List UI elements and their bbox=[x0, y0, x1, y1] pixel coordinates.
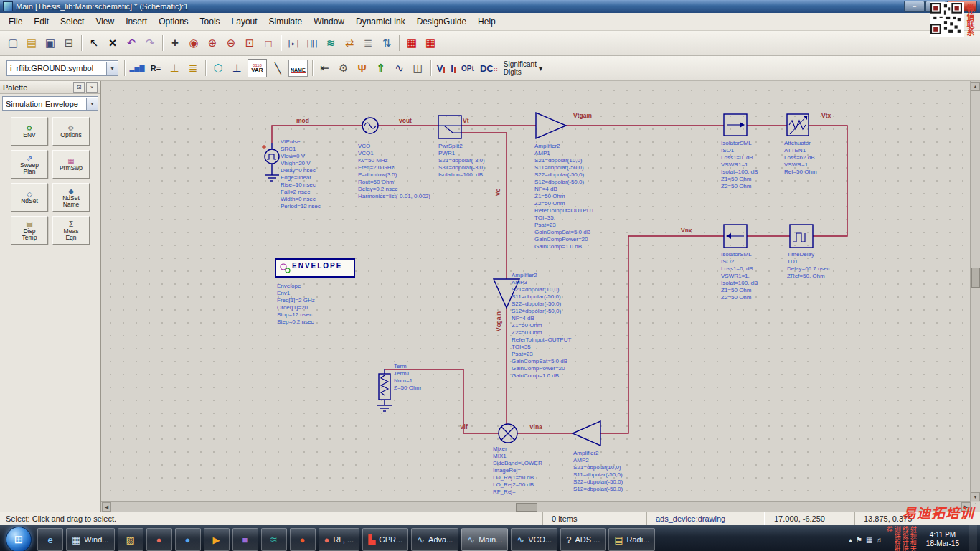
waveform-icon[interactable]: ∿ bbox=[391, 59, 408, 77]
redo-icon[interactable]: ↷ bbox=[141, 34, 159, 52]
tray-network-icon[interactable]: ▦ bbox=[866, 536, 872, 544]
print-icon[interactable]: ⊟ bbox=[60, 34, 77, 52]
tray-expand-icon[interactable]: ▴ bbox=[849, 536, 852, 544]
menu-help[interactable]: Help bbox=[472, 14, 501, 29]
menu-layout[interactable]: Layout bbox=[226, 14, 263, 29]
component-text-pwrsplit2-pwr1[interactable]: PwrSplit2 PWR1 S21=dbpolar(-3,0) S31=dbp… bbox=[438, 143, 485, 179]
activate-component-icon[interactable]: ▦ bbox=[422, 34, 439, 52]
taskbar-button-folder[interactable]: ▨ bbox=[118, 528, 143, 551]
antenna-icon[interactable]: ⇑ bbox=[372, 59, 390, 77]
taskbar-button-browser-sphere[interactable]: ● bbox=[175, 528, 201, 551]
resistor-annotate-icon[interactable]: R= bbox=[147, 59, 164, 77]
insert-wire-icon[interactable]: ≋ bbox=[322, 34, 339, 52]
scroll-down-icon[interactable]: ▼ bbox=[971, 492, 980, 501]
palette-category-dropdown[interactable]: Simulation-Envelope ▾ bbox=[2, 96, 98, 111]
horizontal-scroll-thumb[interactable] bbox=[516, 503, 537, 512]
netlist-icon[interactable]: ≣ bbox=[184, 59, 202, 77]
taskbar-button-files-radi[interactable]: ▤Radi... bbox=[608, 528, 655, 551]
zoom-fit-icon[interactable]: □ bbox=[260, 34, 277, 52]
menu-window[interactable]: Window bbox=[308, 14, 350, 29]
component-text-isolator-iso2[interactable]: IsolatorSML ISO2 Loss1=0. dB VSWR1=1. Is… bbox=[721, 251, 758, 301]
palette-item-ndset[interactable]: ◇NdSet bbox=[11, 183, 48, 212]
component-text-vco1[interactable]: VCO VCO1 Kv=50 MHz Freq=2.0 GHz P=dbmtow… bbox=[358, 143, 430, 200]
show-desktop-button[interactable] bbox=[969, 525, 977, 551]
delete-icon[interactable]: × bbox=[104, 34, 121, 52]
hexagon-icon[interactable]: ⬡ bbox=[209, 59, 227, 77]
tray-volume-icon[interactable]: ♫ bbox=[876, 536, 882, 544]
component-text-amplifier2-amp3[interactable]: Amplifier2 AMP3 S21=dbpolar(10,0) S11=db… bbox=[512, 272, 571, 380]
swap-ports-icon[interactable]: ⇄ bbox=[341, 34, 358, 52]
taskbar-button-chrome-rf[interactable]: ●RF, ... bbox=[319, 528, 360, 551]
ground-gold-icon[interactable]: ⊥ bbox=[166, 59, 183, 77]
insert-name-icon[interactable]: NAME bbox=[288, 60, 308, 77]
taskbar-button-ads-adva[interactable]: ∿Adva... bbox=[411, 528, 458, 551]
component-text-amplifier2-amp1[interactable]: Amplifier2 AMP1 S21=dbpolar(10,0) S11=db… bbox=[534, 143, 594, 250]
horizontal-scrollbar[interactable]: ◀ ▶ bbox=[101, 501, 971, 512]
net-label-vt[interactable]: Vt bbox=[463, 117, 469, 124]
histogram-icon[interactable]: ▂▅▇ bbox=[128, 59, 146, 77]
taskbar-button-ads-main[interactable]: ∿Main... bbox=[461, 528, 508, 551]
net-label-vtx[interactable]: Vtx bbox=[821, 112, 831, 119]
vertical-scroll-thumb[interactable] bbox=[971, 268, 980, 288]
taskbar-button-ads-vco[interactable]: ∿VCO... bbox=[511, 528, 557, 551]
component-text-timedelay-td1[interactable]: TimeDelay TD1 Delay=66.7 nsec ZRef=50. O… bbox=[787, 251, 830, 280]
palette-item-meas-eqn[interactable]: ΣMeas Eqn bbox=[52, 216, 90, 245]
envelope-controller-label[interactable]: ENVELOPE bbox=[292, 262, 342, 270]
taskbar-button-red-app[interactable]: ● bbox=[290, 528, 316, 551]
net-label-vcgain[interactable]: Vcgain bbox=[495, 311, 502, 331]
menu-view[interactable]: View bbox=[90, 14, 120, 29]
voltage-probe-icon[interactable]: V bbox=[437, 64, 446, 73]
move-icon[interactable]: + bbox=[166, 34, 184, 52]
insert-ground-icon[interactable]: ⊥ bbox=[228, 59, 245, 77]
scroll-up-icon[interactable]: ▲ bbox=[971, 82, 980, 91]
component-text-vtpulse-src1[interactable]: VtPulse SRC1 Vlow=0 V Vhigh=20 V Delay=0… bbox=[281, 138, 321, 210]
insert-var-icon[interactable]: 0110VAR bbox=[248, 59, 267, 77]
optimize-icon[interactable]: OPt bbox=[459, 59, 476, 77]
minimize-button[interactable]: – bbox=[904, 1, 925, 12]
select-pointer-icon[interactable]: ↖ bbox=[85, 34, 103, 52]
menu-file[interactable]: File bbox=[3, 14, 28, 29]
new-file-icon[interactable]: ▢ bbox=[4, 34, 22, 52]
insert-pin-icon[interactable]: |▸| bbox=[285, 34, 302, 52]
scroll-left-icon[interactable]: ◀ bbox=[102, 502, 111, 512]
taskbar-button-ie[interactable]: e bbox=[37, 528, 63, 551]
menu-tools[interactable]: Tools bbox=[194, 14, 226, 29]
dc-annotation-icon[interactable]: DC∷ bbox=[480, 64, 498, 73]
palette-close-icon[interactable]: × bbox=[86, 82, 98, 93]
net-label-mod[interactable]: mod bbox=[296, 117, 309, 124]
wire-entry-icon[interactable]: ⇤ bbox=[316, 59, 334, 77]
undo-icon[interactable]: ↶ bbox=[123, 34, 140, 52]
taskbar-button-explorer-wind[interactable]: ▦Wind... bbox=[66, 528, 115, 551]
stack-icon[interactable]: ≣ bbox=[359, 34, 377, 52]
component-text-mixer-mix1[interactable]: Mixer MIX1 SideBand=LOWER ImageRej= LO_R… bbox=[493, 446, 542, 496]
zoom-out-icon[interactable]: ⊖ bbox=[222, 34, 240, 52]
palette-item-options[interactable]: ⚙Options bbox=[52, 117, 90, 146]
net-label-vtgain[interactable]: Vtgain bbox=[573, 112, 592, 119]
schematic-canvas[interactable]: modvoutVtVtgainVtxVnxVcVcgainVifVinaVtPu… bbox=[101, 81, 980, 512]
flip-icon[interactable]: ⇅ bbox=[378, 34, 395, 52]
palette-item-prm-swp[interactable]: ▦PrmSwp bbox=[52, 150, 90, 179]
component-text-term-term1[interactable]: Term Term1 Num=1 Z=50 Ohm bbox=[394, 363, 421, 392]
vertical-scrollbar[interactable]: ▲ ▼ bbox=[970, 81, 980, 502]
component-text-isolator-iso1[interactable]: IsolatorSML ISO1 Loss1=0. dB VSWR1=1. Is… bbox=[721, 140, 758, 190]
taskbar-button-wifi-tool[interactable]: ≋ bbox=[261, 528, 287, 551]
taskbar-button-chrome[interactable]: ● bbox=[146, 528, 172, 551]
deactivate-component-icon[interactable]: ▦ bbox=[403, 34, 420, 52]
tray-flag-icon[interactable]: ⚑ bbox=[856, 536, 862, 544]
palette-item-ndset-name[interactable]: ◆NdSet Name bbox=[52, 183, 90, 212]
tune-icon[interactable]: Ψ bbox=[354, 59, 371, 77]
zoom-area-icon[interactable]: ⊡ bbox=[241, 34, 258, 52]
taskbar-button-ads-help[interactable]: ?ADS ... bbox=[560, 528, 606, 551]
open-folder-icon[interactable]: ▤ bbox=[23, 34, 40, 52]
net-label-vc[interactable]: Vc bbox=[494, 189, 501, 196]
menu-edit[interactable]: Edit bbox=[28, 14, 55, 29]
net-label-vif[interactable]: Vif bbox=[460, 423, 468, 430]
component-history-dropdown[interactable]: i_rflib:GROUND:symbol▾ bbox=[6, 60, 118, 76]
net-label-vout[interactable]: vout bbox=[399, 117, 412, 124]
taskbar-button-purple-app[interactable]: ■ bbox=[232, 528, 258, 551]
net-label-vina[interactable]: Vina bbox=[529, 423, 542, 430]
insert-multipin-icon[interactable]: |‖| bbox=[303, 34, 321, 52]
save-icon[interactable]: ▣ bbox=[42, 34, 59, 52]
zoom-in-icon[interactable]: ⊕ bbox=[204, 34, 221, 52]
menu-options[interactable]: Options bbox=[153, 14, 194, 29]
